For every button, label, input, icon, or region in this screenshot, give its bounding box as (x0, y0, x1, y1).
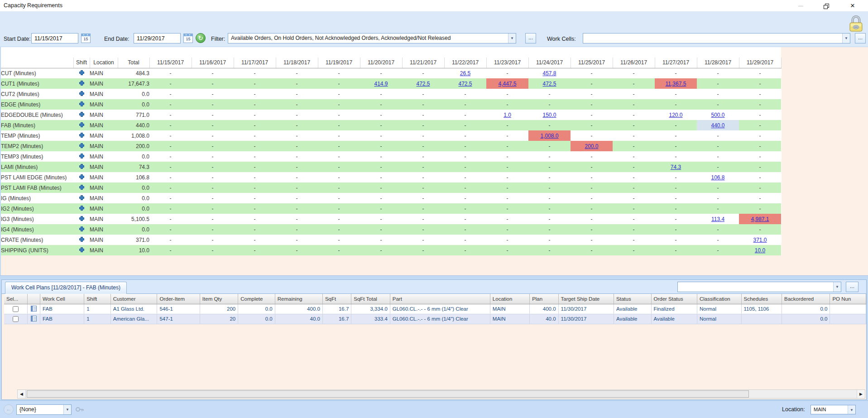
capacity-cell[interactable]: 10.0 (739, 245, 781, 255)
work-cells-combobox[interactable]: ▼ (583, 33, 850, 43)
detail-icon-cell[interactable] (28, 314, 40, 324)
plans-column-header[interactable]: Backordered (782, 294, 830, 304)
work-cell-name[interactable]: IG (Minutes) (1, 193, 73, 203)
capacity-date-column-header[interactable]: 11/18/2017 (276, 58, 318, 68)
capacity-value-link[interactable]: 113.4 (711, 216, 724, 222)
work-cell-name[interactable]: SHIPPING (UNITS) (1, 245, 73, 255)
capacity-value-link[interactable]: 440.0 (711, 122, 724, 129)
tab-work-cell-plans[interactable]: Work Cell Plans [11/28/2017] - FAB (Minu… (5, 282, 127, 294)
capacity-date-column-header[interactable]: 11/16/2017 (192, 58, 234, 68)
capacity-cell[interactable]: 457.8 (528, 68, 571, 78)
capacity-date-column-header[interactable]: 11/22/2017 (444, 58, 486, 68)
plans-column-header[interactable]: Shift (84, 294, 110, 304)
location-combobox[interactable]: MAIN ▼ (810, 405, 856, 414)
work-cell-name[interactable]: CUT2 (Minutes) (1, 89, 73, 99)
work-cell-name[interactable]: CUT (Minutes) (1, 68, 73, 78)
expand-plus-icon[interactable] (79, 174, 85, 181)
capacity-date-column-header[interactable]: 11/24/2017 (528, 58, 571, 68)
expand-plus-icon[interactable] (79, 70, 85, 77)
work-cell-name[interactable]: TEMP2 (Minutes) (1, 141, 73, 151)
capacity-date-column-header[interactable]: 11/25/2017 (571, 58, 613, 68)
capacity-cell[interactable]: 26.5 (444, 68, 486, 78)
capacity-value-link[interactable]: 4,447.5 (498, 81, 516, 87)
select-checkbox[interactable] (13, 316, 19, 322)
expand-plus-icon[interactable] (79, 132, 85, 139)
select-cell[interactable] (4, 304, 28, 314)
capacity-value-link[interactable]: 472.5 (416, 81, 430, 87)
start-date-calendar-button[interactable]: 15 (81, 34, 91, 43)
expand-plus-icon[interactable] (79, 122, 85, 129)
work-cell-name[interactable]: TEMP (Minutes) (1, 130, 73, 141)
select-checkbox[interactable] (13, 306, 19, 312)
capacity-cell[interactable]: 371.0 (739, 235, 781, 245)
plans-column-header[interactable]: SqFt Total (351, 294, 390, 304)
horizontal-scrollbar[interactable]: ◀ ▶ (17, 389, 865, 399)
capacity-value-link[interactable]: 500.0 (711, 112, 724, 118)
capacity-cell[interactable]: 4,987.1 (739, 214, 781, 224)
capacity-date-column-header[interactable]: 11/27/2017 (655, 58, 697, 68)
capacity-column-header[interactable]: Total (118, 58, 149, 68)
capacity-value-link[interactable]: 414.9 (374, 81, 388, 87)
capacity-cell[interactable]: 414.9 (360, 78, 402, 89)
plans-column-header[interactable] (28, 294, 40, 304)
capacity-value-link[interactable]: 1.0 (504, 112, 511, 118)
plans-column-header[interactable]: PO Nun (830, 294, 866, 304)
work-cell-name[interactable]: EDGEDOUBLE (Minutes) (1, 110, 73, 120)
expand-plus-icon[interactable] (79, 247, 85, 254)
plans-column-header[interactable]: Plan (530, 294, 558, 304)
capacity-date-column-header[interactable]: 11/21/2017 (402, 58, 444, 68)
capacity-cell[interactable]: 106.8 (697, 172, 739, 183)
plans-column-header[interactable]: Status (614, 294, 651, 304)
plans-column-header[interactable]: SqFt (322, 294, 351, 304)
plans-column-header[interactable]: Order Status (651, 294, 697, 304)
capacity-date-column-header[interactable]: 11/17/2017 (234, 58, 276, 68)
work-cell-name[interactable]: TEMP3 (Minutes) (1, 151, 73, 162)
back-button[interactable]: ← (4, 404, 14, 414)
capacity-cell[interactable]: 113.4 (697, 214, 739, 224)
plans-column-header[interactable]: Sel... (4, 294, 28, 304)
plans-column-header[interactable]: Customer (110, 294, 157, 304)
plans-column-header[interactable]: Complete (238, 294, 275, 304)
expand-plus-icon[interactable] (79, 163, 85, 171)
capacity-cell[interactable]: 472.5 (444, 78, 486, 89)
plans-column-header[interactable]: Target Ship Date (558, 294, 614, 304)
capacity-value-link[interactable]: 4,987.1 (751, 216, 769, 222)
chevron-down-icon[interactable]: ▼ (848, 405, 855, 414)
panel-splitter[interactable] (0, 275, 868, 279)
plans-column-header[interactable]: Order-Item (157, 294, 200, 304)
capacity-date-column-header[interactable]: 11/20/2017 (360, 58, 402, 68)
capacity-value-link[interactable]: 472.5 (458, 81, 472, 87)
capacity-cell[interactable]: 74.3 (655, 162, 697, 172)
capacity-cell[interactable]: 472.5 (402, 78, 444, 89)
chevron-down-icon[interactable]: ▼ (508, 34, 516, 43)
capacity-value-link[interactable]: 106.8 (711, 174, 724, 181)
detail-icon-cell[interactable] (28, 304, 40, 314)
expand-plus-icon[interactable] (79, 153, 85, 160)
capacity-value-link[interactable]: 1,008.0 (540, 133, 558, 139)
capacity-date-column-header[interactable]: 11/29/2017 (739, 58, 781, 68)
preset-combobox[interactable]: {None} ▼ (16, 404, 72, 415)
plans-ellipsis-button[interactable]: ... (846, 282, 858, 292)
scroll-left-button[interactable]: ◀ (18, 390, 26, 398)
scroll-right-button[interactable]: ▶ (857, 390, 865, 398)
plans-filter-combobox[interactable]: ▼ (677, 282, 841, 292)
capacity-cell[interactable]: 472.5 (528, 78, 571, 89)
plan-detail-icon[interactable] (31, 317, 37, 322)
capacity-date-column-header[interactable]: 11/26/2017 (613, 58, 655, 68)
capacity-value-link[interactable]: 472.5 (542, 81, 556, 87)
work-cell-name[interactable]: IG3 (Minutes) (1, 214, 73, 224)
work-cell-name[interactable]: IG4 (Minutes) (1, 224, 73, 235)
capacity-cell[interactable]: 4,447.5 (486, 78, 528, 89)
expand-plus-icon[interactable] (79, 80, 85, 87)
chevron-down-icon[interactable]: ▼ (63, 405, 71, 414)
expand-plus-icon[interactable] (79, 236, 85, 244)
expand-plus-icon[interactable] (79, 205, 85, 212)
capacity-date-column-header[interactable]: 11/15/2017 (149, 58, 192, 68)
work-cell-name[interactable]: FAB (Minutes) (1, 120, 73, 130)
select-cell[interactable] (4, 314, 28, 324)
expand-plus-icon[interactable] (79, 195, 85, 202)
capacity-cell[interactable]: 11,367.5 (655, 78, 697, 89)
capacity-value-link[interactable]: 150.0 (542, 112, 556, 118)
expand-plus-icon[interactable] (79, 226, 85, 233)
capacity-column-header[interactable] (1, 58, 73, 68)
